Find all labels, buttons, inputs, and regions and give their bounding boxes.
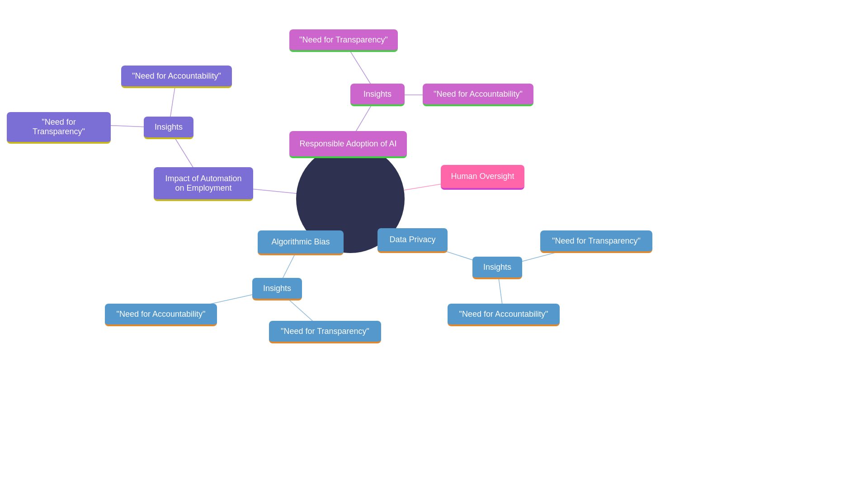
- node-label-insights_left: Insights: [155, 122, 183, 132]
- node-label-insights_bottom_right: Insights: [483, 263, 511, 272]
- node-label-need_transparency_bottom_right: "Need for Transparency": [552, 236, 641, 246]
- node-need_transparency_bottom_center[interactable]: "Need for Transparency": [269, 321, 381, 343]
- node-label-human_oversight: Human Oversight: [451, 172, 514, 181]
- node-label-data_privacy: Data Privacy: [389, 235, 435, 244]
- node-label-need_accountability_left: "Need for Accountability": [132, 71, 221, 81]
- node-algorithmic_bias[interactable]: Algorithmic Bias: [258, 230, 344, 255]
- node-need_accountability_top_right[interactable]: "Need for Accountability": [423, 84, 533, 106]
- node-label-insights_top_center: Insights: [363, 89, 392, 99]
- node-insights_bottom_right[interactable]: Insights: [472, 257, 522, 279]
- node-label-responsible_adoption: Responsible Adoption of AI: [299, 139, 396, 149]
- node-label-need_transparency_top: "Need for Transparency": [299, 35, 388, 45]
- node-label-impact_automation: Impact of Automation on Employment: [162, 174, 245, 193]
- node-need_transparency_left[interactable]: "Need for Transparency": [7, 112, 111, 144]
- node-need_transparency_top[interactable]: "Need for Transparency": [289, 29, 398, 52]
- node-need_accountability_bottom_right[interactable]: "Need for Accountability": [448, 304, 560, 326]
- node-need_accountability_left[interactable]: "Need for Accountability": [121, 66, 232, 88]
- node-label-insights_bottom_left: Insights: [263, 284, 291, 293]
- node-label-need_accountability_bottom_right: "Need for Accountability": [459, 310, 548, 319]
- node-insights_bottom_left[interactable]: Insights: [252, 278, 302, 300]
- node-label-need_accountability_top_right: "Need for Accountability": [434, 89, 523, 99]
- node-human_oversight[interactable]: Human Oversight: [441, 165, 524, 190]
- node-insights_left[interactable]: Insights: [144, 117, 193, 139]
- node-impact_automation[interactable]: Impact of Automation on Employment: [154, 167, 253, 201]
- node-need_transparency_bottom_right[interactable]: "Need for Transparency": [540, 230, 652, 253]
- node-label-algorithmic_bias: Algorithmic Bias: [271, 237, 330, 247]
- node-need_accountability_bottom_left[interactable]: "Need for Accountability": [105, 304, 217, 326]
- node-label-need_accountability_bottom_left: "Need for Accountability": [117, 310, 206, 319]
- node-insights_top_center[interactable]: Insights: [350, 84, 405, 106]
- node-label-need_transparency_left: "Need for Transparency": [15, 117, 103, 136]
- node-data_privacy[interactable]: Data Privacy: [377, 228, 448, 253]
- node-label-need_transparency_bottom_center: "Need for Transparency": [281, 327, 369, 336]
- node-responsible_adoption[interactable]: Responsible Adoption of AI: [289, 131, 407, 158]
